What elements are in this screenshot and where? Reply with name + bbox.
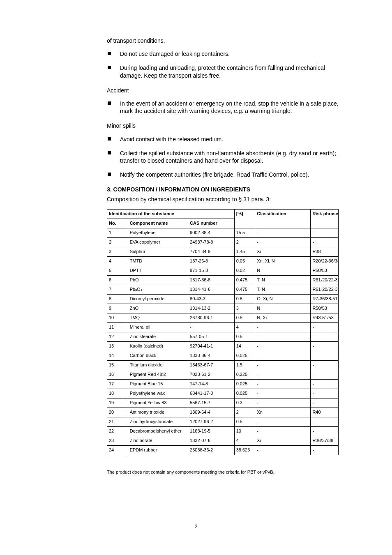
table-cell: 1333-86-4 [188, 351, 235, 360]
bullet-text: Notify the competent authorities (fire b… [120, 171, 339, 178]
table-row: 6PbO1317-36-80.475T, NR61-20/22-33-50/53… [107, 275, 339, 285]
accident-bullets: In the event of an accident or emergency… [107, 100, 339, 115]
table-cell: 4 [234, 322, 255, 332]
table-cell: 0.5 [234, 332, 255, 341]
table-cell: 7704-34-9 [188, 247, 235, 256]
table-cell: 25038-36-2 [188, 445, 235, 455]
table-cell: - [255, 237, 311, 247]
table-cell: 24937-78-8 [188, 237, 235, 247]
table-cell: - [311, 426, 339, 436]
table-cell: 12027-96-2 [188, 417, 235, 426]
table-cell: Titanium dioxide [128, 360, 188, 370]
table-cell: - [255, 322, 311, 332]
table-row: 19Pigment Yellow 835567-15-70.3-- [107, 398, 339, 408]
spill-bullets: Avoid contact with the released medium. … [107, 136, 339, 179]
col-header-haz: Classification [255, 209, 311, 228]
table-cell: 1314-41-6 [188, 285, 235, 294]
table-cell: R61-20/22-33-50/53-62 [311, 275, 339, 285]
table-row: 8Dicumyl peroxide80-43-30.8O, Xi, NR7-36… [107, 294, 339, 304]
table-cell: 22 [107, 426, 128, 436]
table-cell: R36/37/38 [311, 436, 339, 445]
table-cell: R43-51/53 [311, 313, 339, 322]
table-row: 16Pigment Red 48:27023-61-20.225-- [107, 370, 339, 379]
table-cell: 80-43-3 [188, 294, 235, 304]
table-cell: Pigment Red 48:2 [128, 370, 188, 379]
table-cell: - [311, 237, 339, 247]
composition-subhead: Composition by chemical specification ac… [107, 196, 339, 203]
table-cell: - [255, 332, 311, 341]
bullet-item: Do not use damaged or leaking containers… [107, 50, 339, 58]
table-cell: 1317-36-8 [188, 275, 235, 285]
table-row: 17Pigment Blue 15147-14-80.025-- [107, 379, 339, 389]
table-cell: 21 [107, 417, 128, 426]
table-cell: - [188, 322, 235, 332]
bullet-item: In the event of an accident or emergency… [107, 100, 339, 115]
table-row: 1Polyethylene9002-88-415.5-- [107, 228, 339, 237]
table-cell: 23 [107, 436, 128, 445]
table-cell: 0.05 [234, 256, 255, 266]
table-cell: - [255, 370, 311, 379]
table-cell: Xi [255, 436, 311, 445]
table-cell: 1332-07-6 [188, 436, 235, 445]
table-cell: Zinc stearate [128, 332, 188, 341]
table-cell: TMQ [128, 313, 188, 322]
bullet-text: In the event of an accident or emergency… [120, 100, 339, 115]
table-cell: - [311, 360, 339, 370]
table-cell: - [255, 389, 311, 398]
table-cell: 0.02 [234, 266, 255, 275]
table-cell: 0.025 [234, 379, 255, 389]
table-cell: 8 [107, 294, 128, 304]
table-cell: 5567-15-7 [188, 398, 235, 408]
composition-table: Identification of the substance [%] Clas… [107, 209, 339, 455]
table-cell: 38.625 [234, 445, 255, 455]
table-row: 12Zinc stearate557-05-10.5-- [107, 332, 339, 341]
table-row: 4TMTD137-26-80.05Xn, Xi, NR20/22-36/38-4… [107, 256, 339, 266]
table-cell: T, N [255, 285, 311, 294]
table-cell: - [311, 351, 339, 360]
table-cell: N, Xi [255, 313, 311, 322]
table-cell: 4 [107, 256, 128, 266]
table-cell: 0.025 [234, 351, 255, 360]
table-cell: R7-36/38-51/53 [311, 294, 339, 304]
table-row: 5DPTT971-15-30.02NR50/53 [107, 266, 339, 275]
table-cell: 14 [234, 341, 255, 351]
table-cell: T, N [255, 275, 311, 285]
table-cell: 0.3 [234, 398, 255, 408]
table-cell: R38 [311, 247, 339, 256]
table-row: 2EVA copolymer24937-78-82-- [107, 237, 339, 247]
table-cell: 12 [107, 332, 128, 341]
group-header-id: Identification of the substance [107, 209, 235, 219]
table-row: 9ZnO1314-13-23NR50/53 [107, 304, 339, 313]
table-cell: Xn [255, 408, 311, 417]
bullet-text: During loading and unloading, protect th… [120, 64, 339, 79]
table-cell: 5 [107, 266, 128, 275]
table-row: 20Antimony trioxide1309-64-42XnR40 [107, 408, 339, 417]
table-cell: 13 [107, 341, 128, 351]
table-cell: 2 [107, 237, 128, 247]
table-cell: 1314-13-2 [188, 304, 235, 313]
table-row: 10TMQ26780-96-10.5N, XiR43-51/53 [107, 313, 339, 322]
table-cell: 0.8 [234, 294, 255, 304]
table-cell: - [311, 341, 339, 351]
table-cell: N [255, 266, 311, 275]
table-cell: - [311, 332, 339, 341]
bullet-text: Avoid contact with the released medium. [120, 136, 339, 143]
table-cell: - [255, 379, 311, 389]
table-cell: 1.45 [234, 247, 255, 256]
table-cell: Carbon black [128, 351, 188, 360]
table-cell: 17 [107, 379, 128, 389]
table-cell: - [311, 417, 339, 426]
table-cell: 9002-88-4 [188, 228, 235, 237]
table-cell: 15 [107, 360, 128, 370]
table-cell: - [255, 445, 311, 455]
table-cell: Zinc borate [128, 436, 188, 445]
table-cell: 0.5 [234, 313, 255, 322]
table-cell: 147-14-8 [188, 379, 235, 389]
bullet-item: Collect the spilled substance with non-f… [107, 150, 339, 164]
table-cell: 0.475 [234, 275, 255, 285]
table-cell: R61-20/22-33-50/53-62 [311, 285, 339, 294]
table-cell: - [255, 341, 311, 351]
table-cell: 19 [107, 398, 128, 408]
table-cell: DPTT [128, 266, 188, 275]
table-cell: - [311, 398, 339, 408]
